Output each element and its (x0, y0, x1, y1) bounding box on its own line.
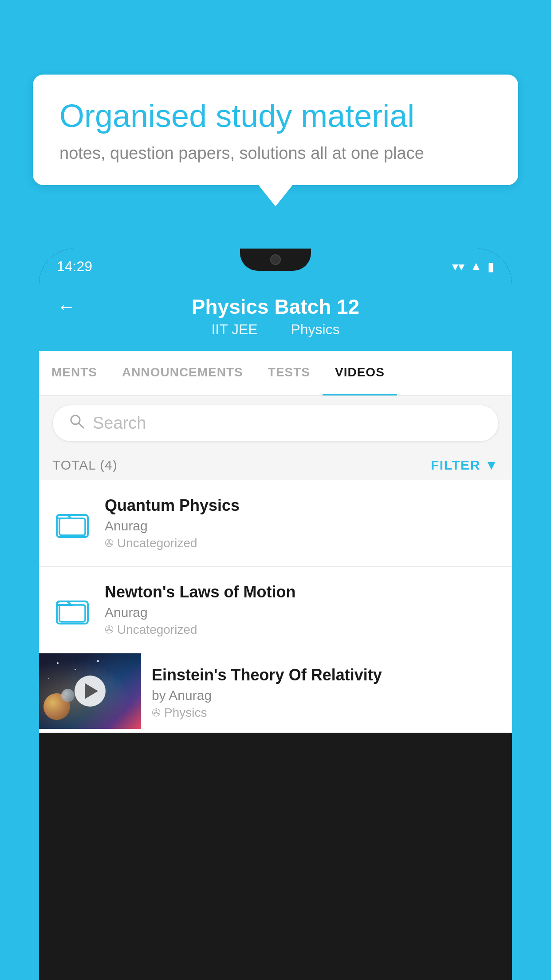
svg-rect-5 (59, 605, 85, 622)
einstein-author: by Anurag (152, 688, 501, 703)
tag-icon-2: ✇ (105, 624, 114, 636)
subtitle-iitjee: IIT JEE (211, 321, 257, 337)
app-title: Physics Batch 12 (192, 295, 359, 319)
status-bar: 14:29 ▾▾ ▲ ▮ (39, 249, 512, 284)
subtitle-separator (272, 321, 280, 337)
einstein-tag-label: Physics (164, 706, 207, 720)
tab-tests[interactable]: TESTS (256, 351, 323, 395)
tab-announcements[interactable]: ANNOUNCEMENTS (110, 351, 256, 395)
quantum-title: Quantum Physics (105, 496, 499, 515)
video-item-quantum[interactable]: Quantum Physics Anurag ✇ Uncategorized (39, 480, 512, 567)
newton-author: Anurag (105, 605, 499, 620)
search-icon (69, 413, 85, 433)
filter-funnel-icon: ▼ (485, 458, 499, 473)
battery-icon: ▮ (488, 259, 494, 274)
search-bar-container: Search (39, 396, 512, 450)
tab-videos[interactable]: VIDEOS (323, 351, 397, 395)
filter-label: FILTER (431, 458, 480, 473)
play-triangle-icon (85, 683, 98, 699)
newton-tag-label: Uncategorized (117, 623, 197, 637)
svg-line-1 (79, 423, 83, 428)
tag-icon-3: ✇ (152, 707, 161, 719)
video-folder-icon-2 (52, 590, 92, 630)
video-list: Quantum Physics Anurag ✇ Uncategorized N… (39, 480, 512, 733)
phone-notch (240, 249, 311, 271)
tabs-bar: MENTS ANNOUNCEMENTS TESTS VIDEOS (39, 351, 512, 396)
quantum-tag: ✇ Uncategorized (105, 536, 499, 550)
svg-rect-3 (59, 518, 85, 535)
video-folder-icon-1 (52, 503, 92, 543)
video-info-quantum: Quantum Physics Anurag ✇ Uncategorized (105, 496, 499, 550)
tag-icon-1: ✇ (105, 537, 114, 549)
speech-bubble-title: Organised study material (59, 97, 492, 135)
einstein-tag: ✇ Physics (152, 706, 501, 720)
total-count: TOTAL (4) (52, 458, 118, 473)
tab-ments[interactable]: MENTS (39, 351, 110, 395)
status-time: 14:29 (57, 258, 92, 275)
video-item-newton[interactable]: Newton's Laws of Motion Anurag ✇ Uncateg… (39, 567, 512, 653)
quantum-author: Anurag (105, 518, 499, 533)
filter-button[interactable]: FILTER ▼ (431, 458, 499, 473)
einstein-thumbnail (39, 653, 141, 729)
star-3 (97, 660, 99, 662)
einstein-title: Einstein's Theory Of Relativity (152, 666, 501, 684)
status-icons: ▾▾ ▲ ▮ (452, 259, 494, 274)
app-header: ← Physics Batch 12 IIT JEE Physics (39, 284, 512, 351)
search-placeholder: Search (93, 414, 146, 433)
planet-2 (61, 689, 75, 702)
video-info-newton: Newton's Laws of Motion Anurag ✇ Uncateg… (105, 583, 499, 637)
video-info-einstein: Einstein's Theory Of Relativity by Anura… (141, 653, 512, 732)
play-button[interactable] (75, 676, 106, 707)
app-subtitle: IIT JEE Physics (206, 321, 345, 338)
search-bar[interactable]: Search (52, 405, 499, 442)
newton-tag: ✇ Uncategorized (105, 623, 499, 637)
signal-icon: ▲ (470, 259, 482, 273)
quantum-tag-label: Uncategorized (117, 536, 197, 550)
app-header-row: ← Physics Batch 12 (57, 295, 494, 319)
star-4 (48, 678, 49, 679)
star-2 (75, 669, 76, 670)
back-button[interactable]: ← (57, 296, 76, 318)
star-1 (57, 662, 59, 664)
phone-frame: 14:29 ▾▾ ▲ ▮ ← Physics Batch 12 IIT JEE … (39, 249, 512, 980)
speech-bubble: Organised study material notes, question… (33, 75, 518, 185)
video-item-einstein[interactable]: Einstein's Theory Of Relativity by Anura… (39, 653, 512, 733)
newton-title: Newton's Laws of Motion (105, 583, 499, 601)
subtitle-physics: Physics (291, 321, 339, 337)
speech-bubble-subtitle: notes, question papers, solutions all at… (59, 144, 492, 163)
phone-camera (270, 254, 281, 265)
filter-row: TOTAL (4) FILTER ▼ (39, 450, 512, 480)
wifi-icon: ▾▾ (452, 259, 464, 274)
